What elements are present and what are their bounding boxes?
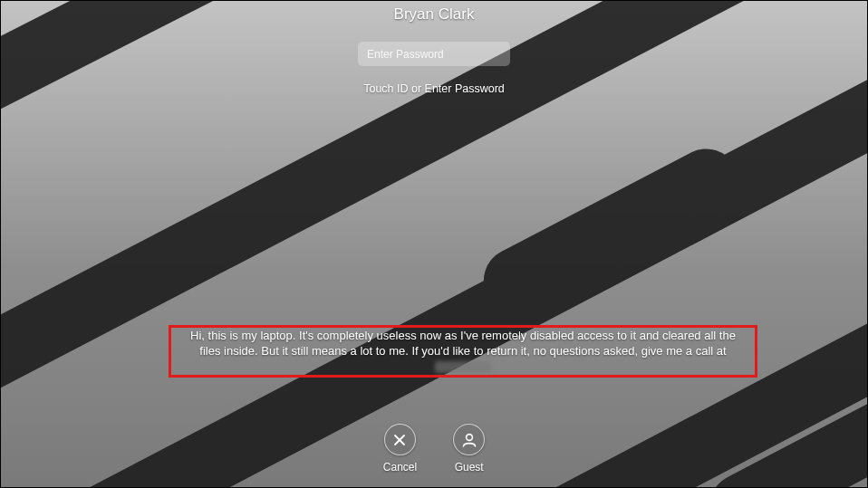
guest-button[interactable]: Guest [453, 424, 485, 474]
guest-label: Guest [455, 461, 484, 474]
cancel-button[interactable]: Cancel [383, 424, 417, 474]
lock-message-body: Hi, this is my laptop. It's completely u… [190, 329, 736, 358]
footer-buttons: Cancel Guest [1, 424, 867, 474]
cancel-label: Cancel [383, 461, 417, 474]
lock-message-highlight: Hi, this is my laptop. It's completely u… [169, 325, 757, 378]
touchid-hint: Touch ID or Enter Password [363, 82, 505, 95]
password-field-wrap[interactable] [358, 42, 510, 66]
password-input[interactable] [367, 48, 501, 61]
svg-point-9 [466, 434, 472, 440]
lock-message-text: Hi, this is my laptop. It's completely u… [189, 329, 737, 375]
guest-user-icon [453, 424, 485, 455]
redacted-phone [435, 361, 491, 373]
close-icon [384, 424, 416, 455]
username-label: Bryan Clark [394, 5, 475, 24]
